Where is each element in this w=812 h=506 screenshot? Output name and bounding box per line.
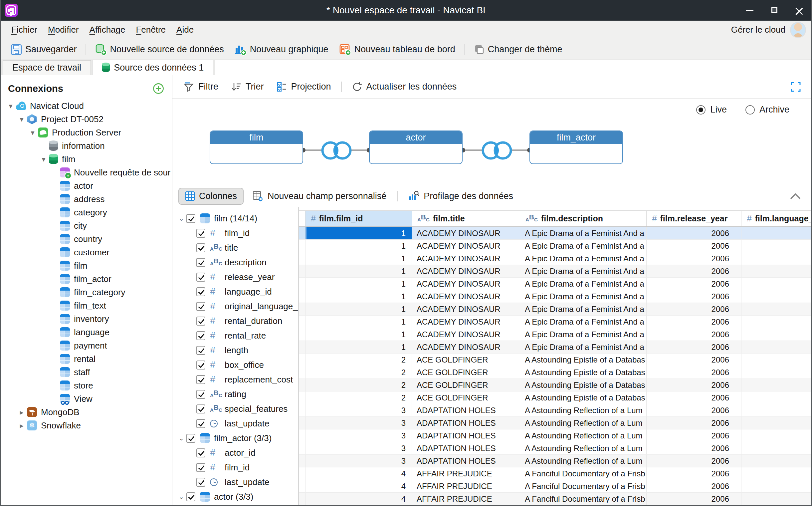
column-item-description[interactable]: ABC description [172, 255, 298, 270]
tab-data-source[interactable]: Source des données 1 [92, 60, 213, 75]
grid-cell[interactable]: A Astounding Epistle of a Databas [520, 366, 647, 378]
grid-cell[interactable] [741, 252, 811, 265]
table-node-actor[interactable]: actor [369, 131, 463, 164]
row-marker[interactable] [299, 379, 305, 391]
column-item-release-year[interactable]: # release_year [172, 270, 298, 284]
tree-caret-icon[interactable]: ▸ [16, 421, 27, 430]
tab-workspace[interactable]: Espace de travail [3, 60, 91, 75]
grid-cell[interactable] [741, 265, 811, 277]
tree-caret-icon[interactable]: ▾ [27, 129, 38, 137]
grid-cell[interactable]: ACADEMY DINOSAUR [412, 303, 520, 315]
minimize-button[interactable] [737, 0, 762, 21]
grid-cell[interactable] [741, 379, 811, 391]
column-item-title[interactable]: ABC title [172, 240, 298, 255]
grid-cell[interactable]: 2006 [647, 366, 741, 378]
grid-row-17[interactable]: 3ADAPTATION HOLESA Astounding Reflection… [299, 429, 811, 442]
column-item-language-id[interactable]: # language_id [172, 284, 298, 299]
grid-cell[interactable]: A Epic Drama of a Feminist And a [520, 252, 647, 265]
grid-row-5[interactable]: 1ACADEMY DINOSAURA Epic Drama of a Femin… [299, 278, 811, 290]
grid-cell[interactable] [741, 278, 811, 290]
grid-row-4[interactable]: 1ACADEMY DINOSAURA Epic Drama of a Femin… [299, 265, 811, 278]
grid-cell[interactable]: 1 [305, 265, 412, 277]
grid-cell[interactable]: ACADEMY DINOSAUR [412, 252, 520, 265]
grid-cell[interactable]: 4 [305, 468, 412, 480]
data-profiling-button[interactable]: Profilage des données [404, 188, 517, 204]
grid-cell[interactable]: ADAPTATION HOLES [412, 417, 520, 429]
grid-cell[interactable]: 2006 [647, 240, 741, 252]
grid-cell[interactable]: ACE GOLDFINGER [412, 366, 520, 378]
grid-cell[interactable]: ACADEMY DINOSAUR [412, 316, 520, 328]
grid-row-15[interactable]: 3ADAPTATION HOLESA Astounding Reflection… [299, 404, 811, 417]
row-marker[interactable] [299, 366, 305, 378]
row-marker[interactable] [299, 290, 305, 303]
grid-header-film-description[interactable]: ABCfilm.description [520, 211, 647, 226]
columns-button[interactable]: Colonnes [178, 188, 244, 205]
menu-fichier[interactable]: Fichier [6, 21, 42, 39]
projection-button[interactable]: Projection [272, 80, 336, 94]
sidebar-item-production-server[interactable]: ▾ Production Server [1, 126, 172, 139]
grid-cell[interactable]: 4 [305, 480, 412, 492]
row-marker[interactable] [299, 468, 305, 480]
sidebar-item-film-category[interactable]: film_category [1, 285, 172, 299]
column-item-length[interactable]: # length [172, 343, 298, 357]
column-item-original-language-i[interactable]: # original_language_i [172, 299, 298, 314]
column-checkbox[interactable] [186, 214, 195, 223]
grid-cell[interactable]: A Astounding Reflection of a Lum [520, 429, 647, 442]
grid-cell[interactable]: 2006 [647, 480, 741, 492]
column-item-replacement-cost[interactable]: # replacement_cost [172, 372, 298, 387]
grid-cell[interactable] [741, 429, 811, 442]
grid-cell[interactable]: A Astounding Reflection of a Lum [520, 404, 647, 416]
column-checkbox[interactable] [196, 302, 205, 311]
grid-row-21[interactable]: 4AFFAIR PREJUDICEA Fanciful Documentary … [299, 480, 811, 493]
sidebar-item-city[interactable]: city [1, 219, 172, 232]
grid-cell[interactable] [741, 290, 811, 303]
grid-header-film-title[interactable]: ABCfilm.title [412, 211, 520, 226]
grid-row-22[interactable]: 4AFFAIR PREJUDICEA Fanciful Documentary … [299, 493, 811, 505]
grid-cell[interactable] [741, 303, 811, 315]
sidebar-item-film-actor[interactable]: film_actor [1, 272, 172, 285]
grid-cell[interactable]: 2006 [647, 404, 741, 416]
column-item-actor-id[interactable]: # actor_id [172, 445, 298, 460]
new-data-source-button[interactable]: Nouvelle source de données [91, 41, 228, 58]
grid-cell[interactable]: A Epic Drama of a Feminist And a [520, 341, 647, 353]
grid-cell[interactable]: 1 [305, 328, 412, 341]
grid-row-10[interactable]: 1ACADEMY DINOSAURA Epic Drama of a Femin… [299, 341, 811, 353]
sidebar-item-navicat-cloud[interactable]: ▾ Navicat Cloud [1, 99, 172, 112]
row-marker[interactable] [299, 417, 305, 429]
grid-row-16[interactable]: 3ADAPTATION HOLESA Astounding Reflection… [299, 417, 811, 429]
row-marker[interactable] [299, 303, 305, 315]
sidebar-item-mongodb[interactable]: ▸ MongoDB [1, 406, 172, 419]
sidebar-item-category[interactable]: category [1, 206, 172, 219]
new-chart-button[interactable]: Nouveau graphique [231, 41, 333, 58]
column-item-last-update[interactable]: last_update [172, 416, 298, 431]
grid-cell[interactable]: 1 [305, 278, 412, 290]
grid-cell[interactable]: 2006 [647, 316, 741, 328]
grid-cell[interactable]: ADAPTATION HOLES [412, 442, 520, 454]
grid-cell[interactable]: ADAPTATION HOLES [412, 429, 520, 442]
sidebar-item-film-text[interactable]: film_text [1, 299, 172, 312]
column-item-special-features[interactable]: ABC special_features [172, 402, 298, 416]
column-item-box-office[interactable]: # box_office [172, 357, 298, 372]
fullscreen-button[interactable] [790, 81, 801, 93]
grid-cell[interactable]: AFFAIR PREJUDICE [412, 493, 520, 505]
column-item-rental-rate[interactable]: # rental_rate [172, 328, 298, 343]
sidebar-item-country[interactable]: country [1, 232, 172, 246]
column-checkbox[interactable] [196, 331, 205, 340]
grid-header-film-release-year[interactable]: #film.release_year [647, 211, 741, 226]
grid-row-2[interactable]: 1ACADEMY DINOSAURA Epic Drama of a Femin… [299, 240, 811, 252]
grid-cell[interactable] [741, 316, 811, 328]
sidebar-item-payment[interactable]: payment [1, 339, 172, 352]
grid-cell[interactable]: A Epic Drama of a Feminist And a [520, 265, 647, 277]
grid-cell[interactable]: 1 [305, 252, 412, 265]
grid-cell[interactable] [741, 442, 811, 454]
grid-cell[interactable]: A Epic Drama of a Feminist And a [520, 290, 647, 303]
sidebar-item-staff[interactable]: staff [1, 365, 172, 379]
close-button[interactable] [787, 0, 811, 21]
grid-row-1[interactable]: 1ACADEMY DINOSAURA Epic Drama of a Femin… [299, 227, 811, 240]
save-button[interactable]: Sauvegarder [7, 42, 81, 57]
grid-cell[interactable]: 2006 [647, 303, 741, 315]
live-radio[interactable]: Live [696, 104, 727, 115]
column-item-rental-duration[interactable]: # rental_duration [172, 314, 298, 328]
grid-cell[interactable] [741, 480, 811, 492]
column-checkbox[interactable] [196, 287, 205, 296]
